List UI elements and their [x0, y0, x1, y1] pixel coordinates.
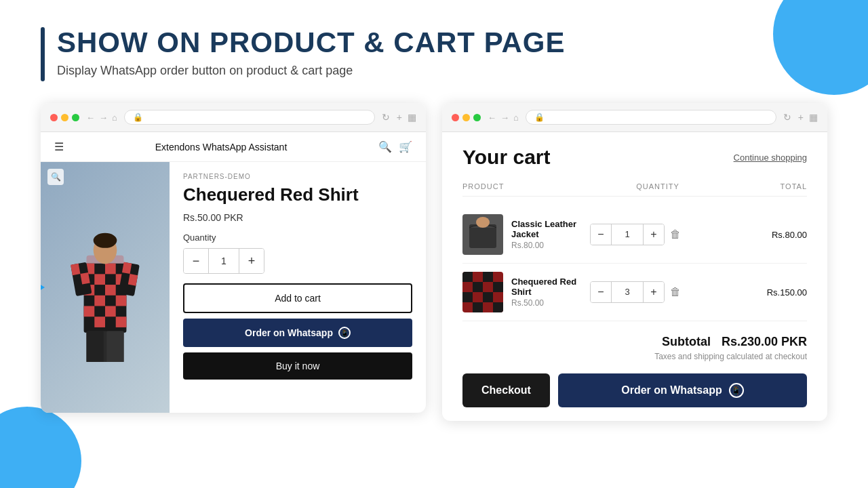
- jacket-qty-decrease[interactable]: −: [591, 224, 611, 245]
- continue-shopping-link[interactable]: Continue shopping: [734, 152, 807, 163]
- cart-nav-back-icon[interactable]: ←: [488, 113, 496, 123]
- jacket-qty-value: 1: [611, 224, 644, 245]
- product-details: PARTNERS-DEMO Chequered Red Shirt Rs.50.…: [170, 162, 426, 413]
- item-price-shirt: Rs.50.00: [511, 298, 590, 308]
- search-icon[interactable]: 🔍: [378, 140, 392, 153]
- cart-url-lock-icon: 🔒: [534, 113, 545, 122]
- product-image-placeholder: [41, 162, 170, 413]
- arrow-indicator: [41, 281, 45, 294]
- svg-rect-24: [106, 331, 123, 362]
- shirt-qty-increase[interactable]: +: [644, 282, 664, 302]
- header-text: Show on Product & Cart Page Display What…: [57, 27, 566, 78]
- product-whatsapp-button[interactable]: Order on Whatsapp 📱: [183, 319, 412, 347]
- cart-nav-home-icon[interactable]: ⌂: [513, 113, 519, 123]
- cart-header: Your cart Continue shopping: [462, 146, 807, 169]
- svg-rect-26: [469, 224, 496, 248]
- zoom-icon[interactable]: 🔍: [47, 169, 64, 185]
- qty-decrease-btn[interactable]: −: [184, 249, 208, 273]
- dot-red[interactable]: [50, 114, 58, 121]
- jacket-qty-control: − 1 +: [590, 224, 665, 245]
- cart-icon[interactable]: 🛒: [399, 140, 412, 153]
- item-details-jacket: Classic Leather Jacket Rs.80.00: [511, 219, 590, 250]
- cart-more-icon[interactable]: ▦: [809, 112, 818, 123]
- svg-rect-29: [462, 272, 473, 282]
- item-details-shirt: Chequered Red Shirt Rs.50.00: [511, 277, 590, 308]
- product-whatsapp-label: Order on Whatsapp: [245, 327, 333, 338]
- cart-url-bar[interactable]: 🔒: [526, 110, 776, 125]
- store-navbar: ☰ Extendons WhatsApp Assistant 🔍 🛒: [41, 132, 426, 162]
- more-icon[interactable]: ▦: [408, 112, 416, 123]
- cart-dot-green[interactable]: [473, 114, 481, 121]
- shirt-svg: [61, 213, 149, 362]
- jacket-delete-icon[interactable]: 🗑: [670, 228, 681, 241]
- item-name-jacket: Classic Leather Jacket: [511, 219, 590, 239]
- svg-rect-36: [493, 302, 503, 312]
- cart-whatsapp-button[interactable]: Order on Whatsapp 📱: [558, 373, 807, 407]
- cart-browser-nav: ← → ⌂: [488, 113, 519, 123]
- item-info-jacket: Classic Leather Jacket Rs.80.00: [462, 214, 590, 255]
- col-total-header: TOTAL: [726, 182, 807, 190]
- subtotal-row: Subtotal Rs.230.00 PKR: [662, 335, 807, 349]
- cart-whatsapp-icon: 📱: [729, 383, 744, 398]
- cart-content: Your cart Continue shopping PRODUCT QUAN…: [442, 132, 827, 421]
- svg-rect-12: [94, 317, 105, 327]
- jacket-qty-increase[interactable]: +: [644, 224, 664, 245]
- subtotal-value: Rs.230.00 PKR: [722, 335, 807, 349]
- new-tab-icon[interactable]: +: [397, 112, 402, 123]
- reload-icon[interactable]: ↻: [382, 112, 390, 123]
- buy-now-button[interactable]: Buy it now: [183, 352, 412, 380]
- shirt-delete-icon[interactable]: 🗑: [670, 286, 681, 298]
- nav-back-icon[interactable]: ←: [86, 113, 95, 123]
- cart-dot-red[interactable]: [452, 114, 459, 121]
- product-page-content: 🔍: [41, 162, 426, 413]
- cart-reload-icon[interactable]: ↻: [783, 112, 791, 123]
- svg-rect-23: [87, 331, 104, 362]
- dot-green[interactable]: [72, 114, 79, 121]
- cart-item: Classic Leather Jacket Rs.80.00 − 1 + 🗑: [462, 206, 807, 264]
- item-price-jacket: Rs.80.00: [511, 241, 590, 250]
- jacket-total: Rs.80.00: [726, 230, 807, 240]
- svg-rect-3: [105, 264, 116, 274]
- svg-point-21: [94, 233, 117, 248]
- cart-dot-yellow[interactable]: [462, 114, 470, 121]
- checkout-button[interactable]: Checkout: [462, 373, 550, 407]
- item-name-shirt: Chequered Red Shirt: [511, 277, 590, 297]
- subtotal-note: Taxes and shipping calculated at checkou…: [654, 352, 807, 361]
- product-browser-actions: + ▦: [397, 112, 416, 123]
- nav-forward-icon[interactable]: →: [99, 113, 108, 123]
- nav-icons: 🔍 🛒: [378, 140, 412, 153]
- product-whatsapp-icon: 📱: [338, 327, 351, 339]
- shirt-qty-decrease[interactable]: −: [591, 282, 611, 302]
- svg-rect-35: [483, 292, 493, 302]
- cart-browser-dots: [452, 114, 481, 121]
- svg-rect-7: [105, 285, 116, 296]
- product-url-bar[interactable]: 🔒: [124, 110, 375, 125]
- dot-yellow[interactable]: [61, 114, 68, 121]
- quantity-control: − 1 +: [183, 248, 264, 274]
- url-lock-icon: 🔒: [133, 113, 143, 122]
- svg-rect-33: [462, 292, 473, 302]
- cart-nav-forward-icon[interactable]: →: [500, 113, 509, 123]
- add-to-cart-button[interactable]: Add to cart: [183, 283, 412, 313]
- item-thumb-jacket: [462, 214, 503, 255]
- svg-rect-13: [116, 317, 127, 327]
- shirt-qty-value: 3: [611, 282, 644, 302]
- cart-browser-window: ← → ⌂ 🔒 ↻ + ▦ Your cart Continue s: [442, 103, 827, 421]
- menu-icon[interactable]: ☰: [54, 140, 64, 153]
- svg-rect-4: [94, 274, 105, 285]
- header-bar: [41, 27, 45, 81]
- svg-rect-10: [84, 306, 95, 317]
- page-title: Show on Product & Cart Page: [57, 27, 566, 58]
- qty-increase-btn[interactable]: +: [239, 249, 264, 273]
- page-subtitle: Display WhatsApp order button on product…: [57, 64, 566, 78]
- product-browser-window: ← → ⌂ 🔒 ↻ + ▦ ☰ Extendons WhatsApp Assis…: [41, 103, 426, 413]
- nav-home-icon[interactable]: ⌂: [112, 113, 117, 123]
- item-qty-jacket: − 1 + 🗑: [590, 224, 726, 245]
- svg-rect-11: [105, 306, 116, 317]
- svg-rect-34: [473, 302, 483, 312]
- cart-title: Your cart: [462, 146, 550, 169]
- svg-rect-32: [493, 282, 503, 292]
- store-name-label: PARTNERS-DEMO: [183, 173, 412, 180]
- product-page-wrapper: 🔍: [41, 162, 426, 413]
- cart-new-tab-icon[interactable]: +: [798, 112, 804, 123]
